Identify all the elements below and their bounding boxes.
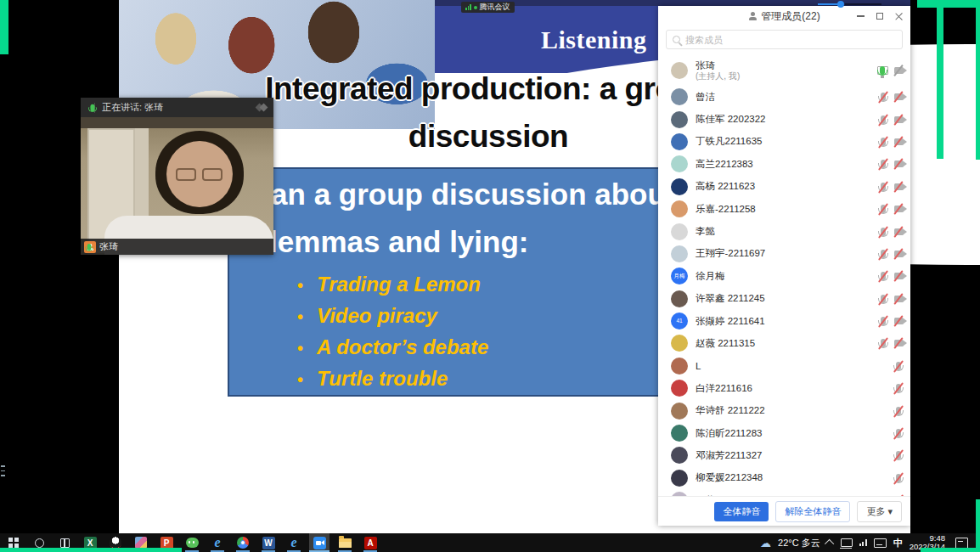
recording-dot-icon: [474, 6, 477, 9]
taskbar-app-tencent-meeting[interactable]: [309, 533, 329, 552]
mic-muted-icon: [881, 160, 886, 168]
camera-off-icon: [894, 273, 904, 279]
avatar: [671, 223, 688, 240]
avatar: [671, 200, 688, 217]
member-row[interactable]: 李懿: [671, 220, 904, 242]
mic-muted-icon: [881, 228, 886, 236]
member-row[interactable]: 陈佳军 2202322: [671, 108, 904, 130]
member-row[interactable]: 陈洎昕2211283: [671, 422, 904, 444]
window-mode-icon[interactable]: [256, 104, 267, 110]
member-row[interactable]: 乐嘉-2211258: [671, 198, 904, 220]
member-row[interactable]: 华诗舒 2211222: [671, 399, 904, 421]
member-status-icons: [878, 183, 904, 191]
green-screen-artifact: [976, 0, 980, 160]
green-screen-artifact: [917, 0, 980, 8]
member-status-icons: [878, 205, 904, 213]
maximize-button[interactable]: [876, 13, 883, 20]
member-row[interactable]: 柳爱媛2212348: [671, 467, 904, 489]
member-row[interactable]: L: [671, 355, 904, 377]
device-tray-icon[interactable]: [841, 538, 853, 547]
member-row[interactable]: 赵薇 2211315: [671, 332, 904, 354]
green-screen-artifact: [0, 0, 8, 54]
member-row[interactable]: 白洋2211616: [671, 377, 904, 399]
person-glasses-right: [202, 168, 222, 181]
panel-titlebar[interactable]: 管理成员(22): [658, 6, 910, 26]
slider-knob[interactable]: [837, 1, 844, 8]
bullet-item: Turtle trouble: [297, 363, 488, 395]
member-name: 白洋2211616: [696, 382, 752, 395]
avatar: [671, 178, 688, 195]
avatar: [671, 290, 688, 307]
taskbar-app-wechat[interactable]: [182, 533, 202, 552]
member-row[interactable]: 高杨 2211623: [671, 176, 904, 198]
action-center-icon[interactable]: [955, 538, 968, 549]
minimize-button[interactable]: [857, 15, 865, 17]
chrome-icon: [237, 537, 249, 549]
mic-muted-icon: [881, 93, 886, 101]
unmute-all-button[interactable]: 解除全体静音: [775, 501, 850, 522]
green-screen-artifact: [921, 548, 980, 552]
bullet-item: A doctor’s debate: [297, 332, 488, 363]
acrobat-icon: A: [364, 537, 377, 549]
taskbar-app-ie[interactable]: e: [207, 533, 228, 552]
network-icon[interactable]: [859, 539, 867, 546]
close-button[interactable]: [895, 13, 903, 20]
mute-all-button[interactable]: 全体静音: [714, 502, 769, 521]
slider-track-empty[interactable]: [845, 3, 881, 5]
member-name: 李懿: [696, 225, 715, 238]
member-row[interactable]: 王蓉2211277: [671, 489, 904, 496]
search-icon: [673, 36, 680, 43]
camera-off-icon: [894, 183, 904, 190]
member-name: 陈洎昕2211283: [696, 427, 762, 440]
camera-off-icon: [894, 67, 904, 74]
member-row[interactable]: 曾洁: [671, 86, 904, 108]
meeting-status-pill[interactable]: 腾讯会议: [461, 2, 515, 13]
avatar: [671, 62, 688, 79]
camera-off-icon: [894, 116, 904, 123]
member-status-icons: [893, 451, 904, 459]
member-row[interactable]: 邓淑芳2211327: [671, 444, 904, 466]
hidden-icons-chevron[interactable]: [825, 539, 834, 549]
mic-muted-icon: [896, 384, 901, 392]
member-name: 高杨 2211623: [696, 180, 755, 193]
more-button[interactable]: 更多 ▾: [857, 501, 902, 522]
member-name: 张撷婷 2211641: [696, 315, 765, 328]
member-name: 徐月梅: [696, 270, 725, 283]
video-window[interactable]: 正在讲话: 张琦 张琦: [81, 98, 273, 255]
taskbar-app-explorer[interactable]: [335, 533, 355, 552]
member-status-icons: [878, 115, 904, 124]
member-row[interactable]: 丁铁凡2211635: [671, 131, 904, 153]
member-status-icons: [893, 474, 904, 482]
weather-label[interactable]: 22°C 多云: [778, 537, 820, 549]
taskbar-app-acrobat[interactable]: A: [360, 533, 380, 552]
member-row[interactable]: 高兰2212383: [671, 153, 904, 175]
qq-icon: [110, 537, 121, 549]
member-row[interactable]: 许翠鑫 2211245: [671, 288, 904, 310]
touch-keyboard-icon[interactable]: [874, 538, 887, 548]
search-input[interactable]: [684, 34, 902, 46]
weather-icon[interactable]: ☁: [760, 538, 771, 549]
camera-off-icon: [894, 340, 904, 346]
video-name-label: 张琦: [99, 240, 118, 253]
speaking-label: 正在讲话: 张琦: [102, 101, 163, 114]
mic-muted-icon: [896, 474, 901, 482]
avatar: [671, 403, 688, 420]
member-list[interactable]: 张琦(主持人, 我) 曾洁 陈佳军 2202322 丁铁凡2211635 高兰: [658, 54, 910, 496]
ime-indicator[interactable]: 中: [893, 537, 903, 549]
video-window-titlebar[interactable]: 正在讲话: 张琦: [81, 98, 273, 117]
taskbar-app-ie-2[interactable]: e: [284, 533, 304, 552]
taskbar-app-word[interactable]: W: [258, 533, 279, 552]
search-box[interactable]: [666, 30, 903, 49]
video-bg-shadow: [81, 117, 273, 128]
avatar: [671, 358, 688, 375]
member-row[interactable]: 王翔宇-2211697: [671, 243, 904, 265]
member-row[interactable]: 张琦(主持人, 我): [671, 55, 904, 86]
member-row[interactable]: 月梅 徐月梅: [671, 265, 904, 287]
mic-muted-icon: [881, 250, 886, 258]
member-row[interactable]: 41 张撷婷 2211641: [671, 310, 904, 332]
avatar: [671, 155, 688, 172]
avatar: 41: [671, 313, 688, 330]
member-name: 乐嘉-2211258: [696, 203, 756, 216]
member-status-icons: [893, 362, 904, 370]
taskbar-app-chrome[interactable]: [233, 533, 253, 552]
